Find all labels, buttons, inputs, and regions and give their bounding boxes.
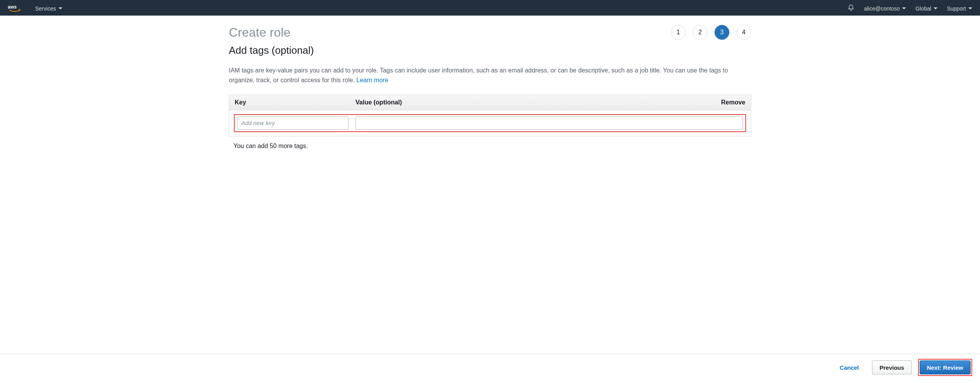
account-menu[interactable]: alice@contoso <box>864 5 906 12</box>
top-nav-right: alice@contoso Global Support <box>847 4 972 12</box>
learn-more-link[interactable]: Learn more <box>356 77 388 83</box>
services-menu[interactable]: Services <box>35 5 62 12</box>
step-1[interactable]: 1 <box>671 25 686 40</box>
step-2[interactable]: 2 <box>693 25 708 40</box>
th-remove: Remove <box>710 99 745 106</box>
account-label: alice@contoso <box>864 5 900 12</box>
caret-down-icon <box>934 7 938 9</box>
th-key: Key <box>235 99 356 106</box>
caret-down-icon <box>58 7 62 9</box>
step-4[interactable]: 4 <box>736 25 751 40</box>
step-3[interactable]: 3 <box>715 25 729 40</box>
aws-logo[interactable]: aws <box>8 4 23 13</box>
description: IAM tags are key-value pairs you can add… <box>229 66 751 85</box>
tags-header: Key Value (optional) Remove <box>229 95 751 110</box>
main-content: Create role 1 2 3 4 Add tags (optional) … <box>221 16 759 154</box>
notifications-icon[interactable] <box>847 4 854 12</box>
tag-key-input[interactable] <box>237 116 348 130</box>
tags-table: Key Value (optional) Remove <box>229 95 751 136</box>
wizard-steps: 1 2 3 4 <box>671 25 751 40</box>
tag-input-highlight <box>234 114 746 132</box>
tags-hint: You can add 50 more tags. <box>229 136 751 154</box>
description-text: IAM tags are key-value pairs you can add… <box>229 67 728 83</box>
page-title: Create role <box>229 25 290 40</box>
support-menu[interactable]: Support <box>947 5 972 12</box>
svg-text:aws: aws <box>8 4 17 10</box>
support-label: Support <box>947 5 966 12</box>
tag-value-input[interactable] <box>356 116 743 130</box>
top-nav-left: aws Services <box>8 4 62 13</box>
region-label: Global <box>915 5 931 12</box>
region-menu[interactable]: Global <box>915 5 937 12</box>
services-label: Services <box>35 5 56 12</box>
top-nav: aws Services alice@contoso Global Suppor… <box>0 0 980 16</box>
tags-row <box>229 110 751 136</box>
th-value: Value (optional) <box>356 99 710 106</box>
caret-down-icon <box>902 7 906 9</box>
header-row: Create role 1 2 3 4 <box>229 25 751 40</box>
section-title: Add tags (optional) <box>229 44 751 56</box>
caret-down-icon <box>968 7 972 9</box>
